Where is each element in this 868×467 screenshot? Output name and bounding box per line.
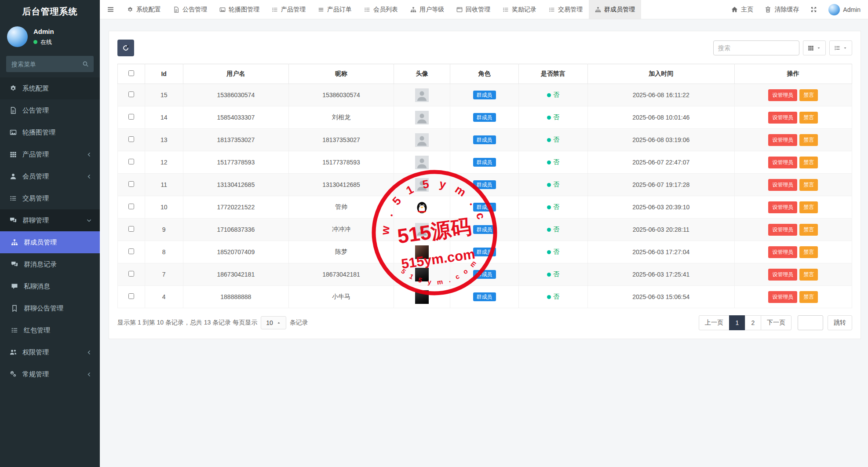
status-dot-icon bbox=[547, 161, 551, 164]
sidebar-search bbox=[6, 56, 94, 72]
sidebar-item-system-config[interactable]: 系统配置 bbox=[0, 77, 100, 99]
nav-tab-announcement[interactable]: 公告管理 bbox=[167, 0, 213, 19]
nav-tab-label: 群成员管理 bbox=[604, 6, 635, 14]
nav-tab-products[interactable]: 产品管理 bbox=[266, 0, 312, 19]
page-button-1[interactable]: 1 bbox=[729, 315, 745, 330]
mute-button[interactable]: 禁言 bbox=[799, 269, 818, 281]
next-page-button[interactable]: 下一页 bbox=[761, 315, 791, 330]
jump-page-input[interactable] bbox=[798, 315, 823, 330]
cell-id: 15 bbox=[145, 84, 183, 106]
mute-button[interactable]: 禁言 bbox=[799, 89, 818, 101]
chevron-left-icon bbox=[86, 174, 92, 179]
mute-button[interactable]: 禁言 bbox=[799, 246, 818, 258]
row-checkbox[interactable] bbox=[128, 226, 134, 232]
row-checkbox[interactable] bbox=[128, 204, 134, 209]
columns-toggle-button[interactable] bbox=[803, 40, 826, 55]
page-button-2[interactable]: 2 bbox=[745, 315, 761, 330]
menu-search-input[interactable] bbox=[6, 56, 94, 72]
nav-tab-recycle[interactable]: 回收管理 bbox=[450, 0, 496, 19]
row-checkbox[interactable] bbox=[128, 159, 134, 164]
mute-button[interactable]: 禁言 bbox=[799, 179, 818, 191]
set-admin-button[interactable]: 设管理员 bbox=[768, 157, 797, 168]
sidebar-item-permissions[interactable]: 权限管理 bbox=[0, 341, 100, 363]
row-checkbox[interactable] bbox=[128, 293, 134, 299]
mute-button[interactable]: 禁言 bbox=[799, 112, 818, 124]
sidebar-item-group-messages[interactable]: 群消息记录 bbox=[0, 253, 100, 275]
sidebar-item-announcement[interactable]: 公告管理 bbox=[0, 99, 100, 121]
row-checkbox[interactable] bbox=[128, 181, 134, 187]
page-size-select[interactable]: 10 bbox=[261, 316, 286, 329]
set-admin-button[interactable]: 设管理员 bbox=[768, 246, 797, 258]
image-icon bbox=[219, 7, 226, 13]
member-row: 12 15177378593 15177378593 群成员 否 2025-06… bbox=[118, 151, 852, 174]
pagination-summary-suffix: 条记录 bbox=[290, 319, 308, 327]
mute-button[interactable]: 禁言 bbox=[799, 291, 818, 303]
nav-tab-label: 奖励记录 bbox=[512, 6, 536, 14]
nav-tab-rewards[interactable]: 奖励记录 bbox=[496, 0, 543, 19]
row-checkbox[interactable] bbox=[128, 114, 134, 120]
mute-button[interactable]: 禁言 bbox=[799, 224, 818, 236]
home-label: 主页 bbox=[741, 6, 753, 14]
sidebar-toggle-button[interactable] bbox=[100, 0, 121, 19]
row-checkbox[interactable] bbox=[128, 136, 134, 142]
list-icon bbox=[364, 7, 370, 13]
sidebar-item-private-messages[interactable]: 私聊消息 bbox=[0, 275, 100, 297]
role-badge: 群成员 bbox=[473, 225, 496, 234]
select-all-checkbox[interactable] bbox=[128, 70, 134, 76]
home-link[interactable]: 主页 bbox=[726, 0, 759, 19]
row-checkbox[interactable] bbox=[128, 271, 134, 277]
sidebar-item-transactions[interactable]: 交易管理 bbox=[0, 187, 100, 209]
role-badge: 群成员 bbox=[473, 270, 496, 279]
home-icon bbox=[731, 6, 738, 13]
set-admin-button[interactable]: 设管理员 bbox=[768, 291, 797, 303]
nav-tab-carousel[interactable]: 轮播图管理 bbox=[213, 0, 266, 19]
nav-tab-product-orders[interactable]: 产品订单 bbox=[312, 0, 358, 19]
nav-tab-label: 系统配置 bbox=[136, 6, 161, 14]
sidebar-item-group-members[interactable]: 群成员管理 bbox=[0, 231, 100, 253]
mute-button[interactable]: 禁言 bbox=[799, 157, 818, 168]
prev-page-button[interactable]: 上一页 bbox=[699, 315, 729, 330]
export-button[interactable] bbox=[829, 40, 852, 55]
role-badge: 群成员 bbox=[473, 91, 496, 99]
table-search-input[interactable] bbox=[713, 40, 799, 55]
nav-tab-member-list[interactable]: 会员列表 bbox=[358, 0, 404, 19]
set-admin-button[interactable]: 设管理员 bbox=[768, 134, 797, 146]
admin-menu[interactable]: Admin bbox=[823, 0, 866, 19]
jump-button[interactable]: 跳转 bbox=[828, 315, 852, 330]
status-dot-icon bbox=[547, 116, 551, 120]
bookmark-icon bbox=[11, 305, 18, 312]
refresh-button[interactable] bbox=[117, 40, 134, 56]
pagination: 显示第 1 到第 10 条记录，总共 13 条记录 每页显示 10 条记录 上一… bbox=[117, 315, 852, 330]
hamburger-icon bbox=[107, 6, 114, 13]
set-admin-button[interactable]: 设管理员 bbox=[768, 269, 797, 281]
set-admin-button[interactable]: 设管理员 bbox=[768, 224, 797, 236]
nav-tab-trade[interactable]: 交易管理 bbox=[543, 0, 589, 19]
sidebar-item-general[interactable]: 常规管理 bbox=[0, 363, 100, 385]
sidebar-item-label: 系统配置 bbox=[22, 84, 49, 93]
sidebar-item-red-packets[interactable]: 红包管理 bbox=[0, 319, 100, 341]
nav-tab-group-members[interactable]: 群成员管理 bbox=[589, 0, 641, 19]
mute-button[interactable]: 禁言 bbox=[799, 134, 818, 146]
set-admin-button[interactable]: 设管理员 bbox=[768, 179, 797, 191]
nav-tab-user-levels[interactable]: 用户等级 bbox=[404, 0, 450, 19]
fullscreen-button[interactable] bbox=[805, 0, 823, 19]
mute-button[interactable]: 禁言 bbox=[799, 201, 818, 213]
sidebar-item-group-announcements[interactable]: 群聊公告管理 bbox=[0, 297, 100, 319]
column-header: 角色 bbox=[450, 64, 518, 84]
clear-cache-link[interactable]: 清除缓存 bbox=[759, 0, 805, 19]
nav-tab-system-config[interactable]: 系统配置 bbox=[121, 0, 167, 19]
sidebar-item-group-chat[interactable]: 群聊管理 bbox=[0, 209, 100, 231]
row-checkbox[interactable] bbox=[128, 248, 134, 254]
cell-join-time: 2025-06-03 17:27:04 bbox=[587, 241, 734, 263]
row-checkbox[interactable] bbox=[128, 91, 134, 97]
sidebar-item-members[interactable]: 会员管理 bbox=[0, 165, 100, 187]
sidebar-item-products[interactable]: 产品管理 bbox=[0, 143, 100, 165]
sidebar-item-label: 交易管理 bbox=[22, 194, 49, 203]
set-admin-button[interactable]: 设管理员 bbox=[768, 89, 797, 101]
nav-tab-label: 产品管理 bbox=[281, 6, 306, 14]
user-photo-avatar bbox=[415, 245, 429, 259]
set-admin-button[interactable]: 设管理员 bbox=[768, 112, 797, 124]
sidebar-item-carousel[interactable]: 轮播图管理 bbox=[0, 121, 100, 143]
set-admin-button[interactable]: 设管理员 bbox=[768, 201, 797, 213]
caret-up-icon bbox=[277, 321, 281, 325]
